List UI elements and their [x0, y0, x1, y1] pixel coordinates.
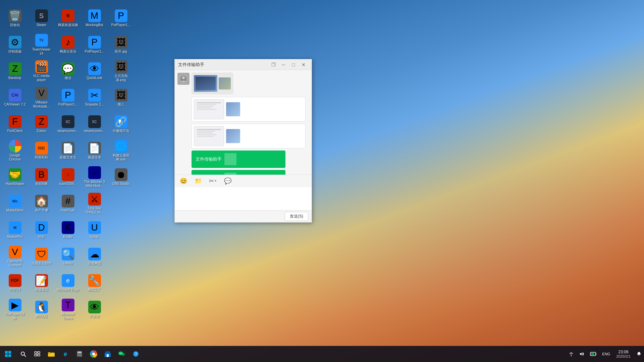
- taskbar-store[interactable]: [101, 346, 115, 362]
- emoji-btn[interactable]: 😊: [179, 176, 188, 186]
- icon-uplay[interactable]: U Uplay: [82, 218, 107, 243]
- start-button[interactable]: [0, 346, 16, 362]
- icon-quotelink[interactable]: 🔗 中搬我不告: [108, 112, 133, 137]
- file-share-card-1[interactable]: [192, 73, 233, 94]
- icon-wechat[interactable]: 💬 微信: [55, 59, 80, 84]
- icon-huishou[interactable]: 🗑️ 回收站: [2, 6, 28, 31]
- icon-obsstudio[interactable]: ⏺ OBS Studio: [108, 165, 133, 190]
- wechat-titlebar[interactable]: 文件传输助手 ❐ ─ □ ✕: [175, 59, 312, 70]
- icon-handshaker[interactable]: 🤝 HandShaker: [2, 165, 28, 190]
- icon-mobaterm[interactable]: Mo MobaXterm: [2, 191, 28, 216]
- icon-potplayer4[interactable]: P PotPlayer1...: [108, 6, 133, 31]
- icon-msedge[interactable]: e Microsoft Edge: [55, 270, 80, 296]
- svg-line-7: [24, 355, 26, 357]
- green-bubble-1[interactable]: 文件传输助手: [192, 150, 285, 168]
- svg-rect-8: [35, 352, 37, 353]
- icon-witcher[interactable]: W3 The Witcher 3 Wild Hunt...: [82, 165, 107, 190]
- icon-youdao[interactable]: 📝 有道笔记: [29, 270, 54, 296]
- green-bubble-2[interactable]: 文件传输助手: [192, 170, 285, 175]
- message-item-1: [177, 73, 309, 94]
- doc-preview-1[interactable]: [192, 97, 306, 122]
- svg-rect-19: [77, 355, 78, 356]
- icon-snipaste[interactable]: ✂ Snipaste 2...: [82, 85, 107, 110]
- icon-totalwar[interactable]: ⚔ Total War THREE KI...: [82, 191, 107, 216]
- wechat-restore-btn[interactable]: ❐: [269, 61, 278, 69]
- taskbar-chrome[interactable]: [87, 346, 101, 362]
- icon-openvpn[interactable]: V OpenVPN Connect: [2, 244, 28, 269]
- svg-marker-31: [581, 353, 582, 355]
- folder-btn[interactable]: 📁: [194, 176, 203, 186]
- icon-googlechrome[interactable]: Google Chrome: [2, 138, 28, 163]
- icon-wangyiyun[interactable]: ♪ 网易云音乐: [55, 32, 80, 57]
- icon-pdf24[interactable]: PDF PDF24: [2, 270, 28, 296]
- icon-motionpro[interactable]: M MotionPro: [2, 218, 28, 243]
- icon-wangyi163[interactable]: 有 网易有道词典: [55, 6, 80, 31]
- wechat-input-area[interactable]: [175, 187, 312, 210]
- task-view-btn[interactable]: [30, 346, 44, 362]
- icon-newtext[interactable]: 📄 新建文本文: [55, 138, 80, 163]
- icon-jianzhu[interactable]: 🌐 构建云虚拟网.exe: [108, 138, 133, 163]
- volume-icon[interactable]: [577, 346, 587, 362]
- icon-dingtalk[interactable]: D 钉钉: [29, 218, 54, 243]
- icon-geshibol[interactable]: 🔧 格式工厂: [82, 270, 107, 296]
- icon-vlcmedia[interactable]: 🎬 VLC media player: [29, 59, 54, 84]
- taskbar-edge[interactable]: e: [58, 346, 72, 362]
- icon-steamcommu[interactable]: SC steamcomm...: [55, 112, 80, 137]
- icon-steam[interactable]: S 文件传输助手 Steam: [29, 6, 54, 31]
- network-icon[interactable]: [566, 346, 577, 362]
- icon-alibabawang[interactable]: 阿旺 阿里旺旺: [29, 138, 54, 163]
- thumb-overlay: [196, 77, 216, 90]
- icon-tusan[interactable]: 🖼 图三: [108, 85, 133, 110]
- battery-icon[interactable]: [587, 346, 599, 362]
- icon-lizhi2[interactable]: 🖼 立式充电器.png: [108, 59, 133, 84]
- chrome-icon: [90, 350, 97, 358]
- icon-kongzhi[interactable]: ⚙ 控制面板: [2, 32, 28, 57]
- icon-shuangjpg[interactable]: 🖼 双开.jpg: [108, 32, 133, 57]
- icon-fangchan[interactable]: 🏠 房产手摩: [29, 191, 54, 216]
- icon-mockingbot[interactable]: M MockingBot: [82, 6, 107, 31]
- icon-bandizip[interactable]: Z Bandizip: [2, 59, 28, 84]
- scissors-btn[interactable]: ✂▼: [208, 176, 218, 186]
- wechat-close-btn[interactable]: ✕: [299, 61, 308, 69]
- message-content-1: [192, 73, 233, 94]
- icon-fortclient[interactable]: F FortiClient: [2, 112, 28, 137]
- wechat-min-btn[interactable]: ─: [279, 61, 288, 69]
- icon-listary[interactable]: 🔍 Listary: [55, 244, 80, 269]
- svg-rect-5: [8, 354, 11, 357]
- icon-baiduwangpan[interactable]: ☁ 百度网盘: [82, 244, 107, 269]
- icon-potplayer[interactable]: ▶ PotPlayer 64 bit: [2, 297, 28, 322]
- icon-huochong[interactable]: 🛡 火绒安全软件: [29, 244, 54, 269]
- icon-kindle[interactable]: K Kindle: [55, 218, 80, 243]
- taskbar-calculator[interactable]: [72, 346, 87, 362]
- icon-huyanjing[interactable]: 👁 护眼镜: [82, 297, 107, 322]
- icon-vmware[interactable]: V VMware Workstati...: [29, 85, 54, 110]
- icon-potplayer2[interactable]: P PotPlayer1...: [55, 85, 80, 110]
- doc-lines-2: [197, 129, 221, 137]
- doc-lines: [197, 102, 221, 110]
- icon-msteams[interactable]: T Microsoft Teams: [55, 297, 80, 322]
- chat-btn[interactable]: 💬: [223, 176, 232, 186]
- icon-tencentqq[interactable]: 🐧 腾讯QQ: [29, 297, 54, 322]
- svg-rect-4: [5, 354, 8, 357]
- svg-rect-34: [596, 353, 596, 355]
- taskbar-search-btn[interactable]: [16, 346, 30, 362]
- notification-btn[interactable]: [634, 346, 644, 362]
- icon-potplayer3[interactable]: P PotPlayer1...: [82, 32, 107, 57]
- language-indicator[interactable]: ENG: [599, 346, 613, 362]
- icon-icare[interactable]: i icare2009...: [55, 165, 80, 190]
- system-clock[interactable]: 23:06 2020/2/1: [613, 346, 634, 362]
- taskbar-unknown[interactable]: ?: [129, 346, 143, 362]
- icon-caiv[interactable]: CAI CAIViewer 7.2: [2, 85, 28, 110]
- icon-teamviewer[interactable]: TV TeamViewer 14: [29, 32, 54, 57]
- doc-preview-2[interactable]: [192, 124, 306, 148]
- wechat-max-btn[interactable]: □: [289, 61, 298, 69]
- taskbar-explorer[interactable]: [44, 346, 58, 362]
- icon-imovie[interactable]: 📄 驱进文本: [82, 138, 107, 163]
- icon-zotero[interactable]: Z Zotero: [29, 112, 54, 137]
- icon-hashcalc[interactable]: # HashCalc: [55, 191, 80, 216]
- icon-steamcommu2[interactable]: SC steamcomm...: [82, 112, 107, 137]
- icon-jianbuB[interactable]: B 剪部B网: [29, 165, 54, 190]
- wechat-send-btn[interactable]: 发送(S): [285, 212, 308, 221]
- icon-quicklook[interactable]: 👁 QuickLook: [82, 59, 107, 84]
- taskbar-wechat[interactable]: [115, 346, 129, 362]
